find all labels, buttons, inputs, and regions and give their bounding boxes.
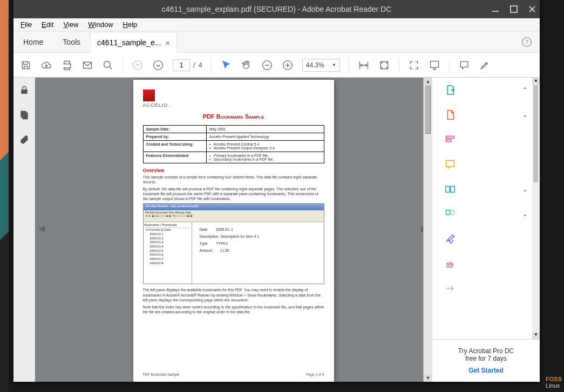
- pointer-tool-icon[interactable]: [220, 59, 232, 71]
- get-started-link[interactable]: Get Started: [438, 367, 534, 374]
- svg-text:?: ?: [525, 39, 528, 45]
- prev-page-arrow-icon[interactable]: ◀: [38, 223, 46, 236]
- lock-icon[interactable]: [19, 85, 29, 97]
- svg-point-10: [154, 60, 163, 70]
- menu-view[interactable]: View: [59, 19, 82, 30]
- inset-pane: Date 2000-01-1 Description Description f…: [192, 222, 324, 284]
- page-up-icon[interactable]: [132, 59, 144, 71]
- document-viewer[interactable]: ◀ ▶ ACCELIO. PDF Bookmark Sample Sample …: [35, 78, 432, 382]
- scroll-down-icon[interactable]: ▼: [424, 374, 432, 382]
- thumbnails-icon[interactable]: [19, 110, 29, 122]
- scroll-thumb[interactable]: [425, 85, 431, 134]
- svg-rect-17: [430, 61, 438, 67]
- para: This sample consists of a simple form co…: [143, 175, 324, 184]
- tool-send[interactable]: [432, 276, 540, 301]
- zoom-out-icon[interactable]: [261, 59, 273, 71]
- app-frame: File Edit View Window Help Home Tools c4…: [13, 18, 540, 382]
- svg-rect-20: [23, 113, 28, 119]
- brand-text: ACCELIO.: [143, 102, 324, 108]
- tool-combine[interactable]: ⌄: [432, 177, 540, 202]
- fit-width-icon[interactable]: [358, 59, 370, 71]
- tab-document[interactable]: c4611_sample_e... ×: [90, 32, 177, 53]
- separator: [123, 58, 123, 72]
- minimize-button[interactable]: [491, 5, 500, 13]
- watermark: FOSSLinux: [546, 376, 562, 389]
- highlight-icon[interactable]: [479, 59, 491, 71]
- scroll-thumb[interactable]: [533, 85, 538, 182]
- print-icon[interactable]: [61, 59, 73, 71]
- menu-window[interactable]: Window: [84, 19, 117, 30]
- read-mode-icon[interactable]: [429, 59, 440, 71]
- close-button[interactable]: [528, 5, 536, 13]
- cloud-upload-icon[interactable]: [40, 59, 52, 71]
- page-footer: PDF Bookmark SamplePage 1 of 4: [143, 373, 324, 376]
- comment-icon[interactable]: [458, 59, 470, 71]
- fullscreen-icon[interactable]: [408, 59, 420, 71]
- separator: [449, 58, 450, 72]
- inset-tree: Bookmarks \ Thumbnails ⊟ Invoices by Dat…: [144, 222, 192, 284]
- chevron-down-icon: ⌄: [522, 111, 528, 119]
- scroll-down-icon[interactable]: ▼: [532, 332, 540, 339]
- left-rail: [13, 78, 35, 382]
- email-icon[interactable]: [81, 59, 93, 71]
- desktop-background: [0, 0, 9, 392]
- chevron-down-icon: ▼: [332, 63, 336, 67]
- table-row: Sample Date:May 2001: [143, 126, 324, 133]
- accelio-logo-icon: [143, 90, 155, 101]
- tool-organize[interactable]: ⌄: [432, 202, 540, 226]
- save-icon[interactable]: [20, 59, 32, 71]
- right-tools-panel: ⌃ ⌄ ⌄ ⌄ xls ▲ ▼ Try Acrobat P: [432, 78, 540, 382]
- svg-rect-26: [451, 210, 454, 215]
- tool-fill-sign[interactable]: [432, 226, 540, 251]
- tools-scrollbar[interactable]: ▲ ▼: [532, 78, 540, 339]
- viewer-scrollbar[interactable]: ▲ ▼: [423, 78, 432, 382]
- separator: [349, 58, 349, 72]
- fit-page-icon[interactable]: [378, 59, 390, 71]
- page-indicator: / 4: [173, 59, 202, 71]
- maximize-button[interactable]: [509, 5, 518, 13]
- doc-title: PDF Bookmark Sample: [143, 113, 324, 120]
- menu-help[interactable]: Help: [119, 19, 141, 30]
- tool-edit-pdf[interactable]: [432, 127, 540, 152]
- zoom-in-icon[interactable]: [282, 59, 294, 71]
- info-table: Sample Date:May 2001 Prepared by:Accelio…: [143, 125, 324, 163]
- scroll-up-icon[interactable]: ▲: [424, 78, 432, 85]
- toolbar: / 4 44.3% ▼: [13, 53, 540, 78]
- para: By default, the data file will produce a…: [143, 187, 324, 201]
- tool-export-pdf[interactable]: ⌃: [432, 78, 540, 102]
- search-icon[interactable]: [102, 59, 114, 71]
- tab-close-icon[interactable]: ×: [165, 38, 170, 47]
- table-row: Prepared by:Accelio Present Applied Tech…: [143, 133, 324, 141]
- tab-tools[interactable]: Tools: [53, 31, 90, 52]
- application-window: c4611_sample_explain.pdf (SECURED) - Ado…: [13, 0, 540, 382]
- menu-file[interactable]: File: [17, 19, 36, 30]
- attachments-icon[interactable]: [19, 135, 29, 147]
- separator: [211, 58, 212, 72]
- chevron-down-icon: ⌄: [522, 210, 528, 218]
- menu-edit[interactable]: Edit: [38, 19, 57, 30]
- hand-tool-icon[interactable]: [241, 59, 253, 71]
- promo-line2: free for 7 days: [438, 355, 534, 362]
- help-icon[interactable]: ?: [521, 31, 532, 52]
- tab-home[interactable]: Home: [13, 31, 53, 52]
- scroll-up-icon[interactable]: ▲: [532, 78, 540, 85]
- svg-rect-22: [446, 140, 451, 142]
- svg-rect-24: [451, 187, 454, 192]
- tool-create-pdf[interactable]: ⌄: [432, 102, 540, 127]
- promo-panel: Try Acrobat Pro DC free for 7 days Get S…: [432, 339, 540, 382]
- para: The left pane displays the available boo…: [143, 287, 324, 302]
- inset-menubar: File Edit Document View Window Help◄ ► ▣…: [144, 210, 324, 222]
- svg-rect-25: [446, 210, 450, 215]
- tool-comment[interactable]: [432, 152, 540, 177]
- page-total: 4: [199, 61, 202, 69]
- svg-rect-23: [446, 187, 450, 192]
- tool-export-xls[interactable]: xls: [432, 251, 540, 276]
- page-sep: /: [193, 61, 195, 69]
- overview-heading: Overview: [143, 168, 324, 173]
- svg-rect-1: [511, 6, 517, 12]
- titlebar: c4611_sample_explain.pdf (SECURED) - Ado…: [13, 0, 540, 18]
- page-down-icon[interactable]: [152, 59, 164, 71]
- page-current-input[interactable]: [173, 59, 190, 71]
- svg-point-7: [104, 61, 111, 67]
- zoom-select[interactable]: 44.3% ▼: [302, 59, 340, 72]
